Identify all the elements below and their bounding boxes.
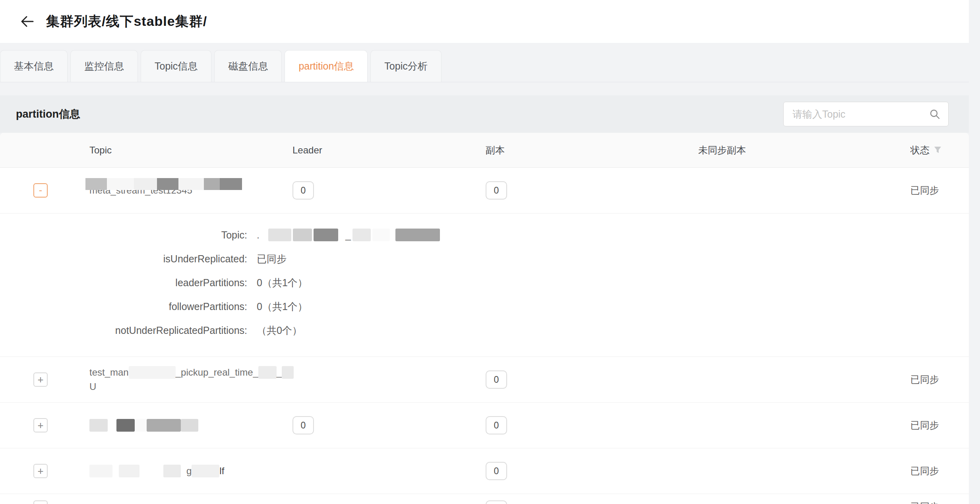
redaction-block xyxy=(258,366,277,379)
status-value: 已同步 xyxy=(910,184,939,197)
detail-value: （共0个） xyxy=(247,324,302,337)
redaction-block xyxy=(135,419,147,432)
header-cell: 未同步副本 xyxy=(688,144,901,157)
topic-line: meta_stream_test12345 xyxy=(89,183,283,198)
status-cell: 已同步 xyxy=(901,500,969,504)
redaction-block xyxy=(116,419,135,432)
redaction-block xyxy=(163,465,181,477)
topic-cell: meta_stream_test12345 xyxy=(60,183,283,198)
detail-label: followerPartitions: xyxy=(0,301,247,312)
topic-cell xyxy=(60,419,283,432)
tab-4[interactable]: 磁盘信息 xyxy=(214,50,282,82)
expand-cell: - xyxy=(0,183,60,198)
leader-count[interactable]: 0 xyxy=(292,181,314,200)
partition-table: TopicLeader副本未同步副本状态 -meta_stream_test12… xyxy=(0,133,969,504)
collapse-row-button[interactable]: - xyxy=(33,183,48,198)
detail-line: Topic:._ xyxy=(0,223,969,247)
status-value: 已同步 xyxy=(910,465,939,477)
table-body: -meta_stream_test1234500已同步Topic:._isUnd… xyxy=(0,168,969,504)
back-arrow-icon[interactable] xyxy=(18,13,36,30)
topic-text-fragment: _ xyxy=(277,365,282,380)
replica-count[interactable]: 0 xyxy=(486,462,507,480)
topic-search-input[interactable] xyxy=(792,108,929,120)
replica-count[interactable]: 0 xyxy=(486,416,507,434)
column-label: Leader xyxy=(292,145,322,155)
page: 集群列表/线下stable集群/ 基本信息监控信息Topic信息磁盘信息part… xyxy=(0,0,980,504)
detail-label: isUnderReplicated: xyxy=(0,253,247,265)
detail-label: notUnderReplicatedPartitions: xyxy=(0,325,247,336)
tab-1[interactable]: 基本信息 xyxy=(0,50,68,82)
topic-cell: glf xyxy=(60,464,283,478)
search-icon[interactable] xyxy=(929,109,940,120)
leader-cell: 0 xyxy=(283,416,476,434)
topic-text-fragment: . xyxy=(257,229,260,241)
column-label: 副本 xyxy=(486,145,505,155)
redaction-block xyxy=(181,419,198,432)
tab-bar: 基本信息监控信息Topic信息磁盘信息partition信息Topic分析 xyxy=(0,43,969,82)
replica-count[interactable]: 0 xyxy=(486,370,507,389)
topic-text-fragment: _ xyxy=(345,229,351,241)
topic-search-box xyxy=(783,102,949,126)
replica-cell: 0 xyxy=(476,500,688,504)
replica-count[interactable]: 0 xyxy=(486,181,507,200)
redaction-cover xyxy=(85,178,242,190)
redaction-block xyxy=(352,229,371,241)
topic-line: test_man_pickup_real_time__ xyxy=(89,365,283,380)
table-row: +0已同步 xyxy=(0,494,969,504)
status-value: 已同步 xyxy=(910,500,939,504)
redaction-block xyxy=(178,178,204,190)
expand-row-button[interactable]: + xyxy=(33,418,48,432)
redaction-block xyxy=(85,178,107,190)
detail-line: isUnderReplicated:已同步 xyxy=(0,247,969,271)
status-cell: 已同步 xyxy=(901,465,969,477)
status-cell: 已同步 xyxy=(901,184,969,197)
tab-6[interactable]: Topic分析 xyxy=(370,50,441,82)
redaction-block xyxy=(89,419,108,432)
expand-row-button[interactable]: + xyxy=(33,464,48,478)
status-value: 已同步 xyxy=(910,373,939,386)
status-value: 已同步 xyxy=(910,419,939,432)
table-row: +test_man_pickup_real_time__U0已同步 xyxy=(0,357,969,403)
redaction-block xyxy=(129,366,176,379)
table-row: +glf0已同步 xyxy=(0,448,969,494)
leader-count[interactable]: 0 xyxy=(292,416,314,434)
tab-5[interactable]: partition信息 xyxy=(285,50,368,82)
replica-cell: 0 xyxy=(476,416,688,434)
expand-cell: + xyxy=(0,372,60,387)
expand-row-button[interactable]: + xyxy=(33,500,48,504)
filter-icon[interactable] xyxy=(934,146,942,154)
expand-row-button[interactable]: + xyxy=(33,372,48,387)
detail-line: leaderPartitions:0（共1个） xyxy=(0,271,969,295)
replica-cell: 0 xyxy=(476,462,688,480)
topic-line xyxy=(89,419,283,432)
redaction-block xyxy=(204,178,220,190)
header-cell: 状态 xyxy=(901,144,969,157)
replica-count[interactable]: 0 xyxy=(486,500,507,504)
expand-cell: + xyxy=(0,500,60,504)
redaction-block xyxy=(293,229,312,241)
redaction-block xyxy=(220,178,242,190)
topic-line: U xyxy=(89,380,283,394)
column-label: 状态 xyxy=(910,144,930,157)
tab-3[interactable]: Topic信息 xyxy=(141,50,211,82)
redaction-block xyxy=(134,178,157,190)
redaction-block xyxy=(282,366,294,379)
redaction-block xyxy=(107,178,134,190)
redaction-block xyxy=(147,419,181,432)
expand-cell: + xyxy=(0,464,60,478)
leader-cell: 0 xyxy=(283,181,476,200)
table-header-row: TopicLeader副本未同步副本状态 xyxy=(0,133,969,168)
table-row: +00已同步 xyxy=(0,403,969,448)
redaction-block xyxy=(119,465,139,477)
detail-line: notUnderReplicatedPartitions:（共0个） xyxy=(0,318,969,342)
redaction-block xyxy=(372,229,390,241)
section-title: partition信息 xyxy=(16,107,80,121)
redaction-block xyxy=(314,229,338,241)
topic-text-fragment: g xyxy=(186,464,192,478)
page-title: 集群列表/线下stable集群/ xyxy=(46,12,207,31)
header-cell: Topic xyxy=(60,145,283,156)
tab-2[interactable]: 监控信息 xyxy=(70,50,138,82)
redaction-block xyxy=(89,465,112,477)
column-label: 未同步副本 xyxy=(698,145,746,155)
header-cell: 副本 xyxy=(476,144,688,157)
